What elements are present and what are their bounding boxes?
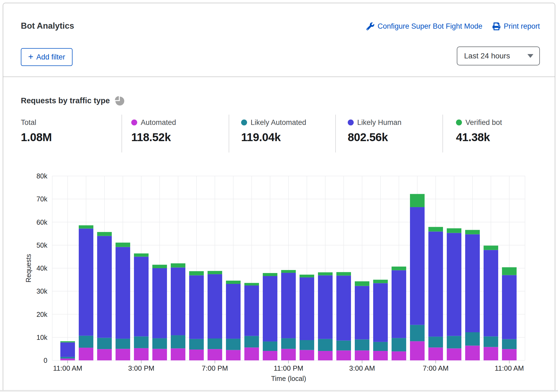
bar-segment-likely-automated[interactable] [226, 339, 241, 350]
bar-segment-automated[interactable] [447, 348, 461, 360]
bar-segment-likely-human[interactable] [447, 233, 461, 336]
bar-segment-likely-human[interactable] [465, 234, 480, 332]
bar-segment-likely-human[interactable] [428, 231, 443, 337]
bar-segment-verified-bot[interactable] [447, 228, 461, 233]
bar-segment-automated[interactable] [484, 347, 498, 360]
bar-segment-likely-automated[interactable] [281, 338, 296, 349]
bar-segment-verified-bot[interactable] [336, 272, 351, 275]
bar-segment-verified-bot[interactable] [171, 263, 185, 267]
bar-segment-automated[interactable] [373, 351, 388, 360]
bar-segment-likely-automated[interactable] [189, 339, 204, 350]
bar-segment-likely-automated[interactable] [97, 338, 112, 349]
bar-segment-likely-automated[interactable] [355, 339, 369, 350]
bar-segment-verified-bot[interactable] [263, 273, 277, 276]
stat-likely-automated[interactable]: Likely Automated 119.04k [229, 115, 335, 152]
bar-segment-verified-bot[interactable] [428, 227, 443, 231]
bar-segment-verified-bot[interactable] [152, 265, 167, 268]
bar-segment-automated[interactable] [60, 358, 75, 360]
bar-segment-verified-bot[interactable] [410, 194, 425, 207]
stat-verified-bot[interactable]: Verified bot 41.38k [442, 115, 555, 152]
bar-segment-automated[interactable] [244, 347, 259, 360]
bar-segment-likely-human[interactable] [60, 343, 75, 357]
bar-segment-likely-automated[interactable] [373, 342, 388, 351]
bar-segment-verified-bot[interactable] [373, 280, 388, 283]
bar-segment-automated[interactable] [428, 347, 443, 360]
bar-segment-likely-automated[interactable] [392, 338, 406, 351]
bar-segment-automated[interactable] [134, 348, 149, 360]
bar-segment-likely-human[interactable] [208, 274, 222, 338]
bar-segment-verified-bot[interactable] [484, 245, 498, 250]
bar-segment-automated[interactable] [355, 350, 369, 360]
bar-segment-likely-human[interactable] [189, 275, 204, 339]
bar-segment-likely-automated[interactable] [134, 336, 149, 348]
bar-segment-automated[interactable] [336, 350, 351, 360]
bar-segment-verified-bot[interactable] [502, 267, 517, 275]
bar-segment-automated[interactable] [410, 341, 425, 360]
bar-segment-likely-automated[interactable] [79, 336, 93, 348]
bar-segment-automated[interactable] [465, 346, 480, 360]
bar-segment-likely-human[interactable] [263, 276, 277, 341]
bar-segment-automated[interactable] [189, 350, 204, 360]
bar-segment-automated[interactable] [281, 349, 296, 360]
bar-segment-likely-human[interactable] [392, 270, 406, 338]
bar-segment-automated[interactable] [392, 351, 406, 360]
bar-segment-verified-bot[interactable] [60, 341, 75, 342]
bar-segment-verified-bot[interactable] [244, 283, 259, 285]
bar-segment-likely-human[interactable] [97, 236, 112, 338]
bar-segment-verified-bot[interactable] [208, 271, 222, 274]
bar-segment-likely-automated[interactable] [465, 332, 480, 346]
bar-segment-likely-human[interactable] [226, 284, 241, 339]
bar-segment-likely-human[interactable] [116, 247, 130, 339]
bar-segment-likely-human[interactable] [502, 275, 517, 339]
bar-segment-verified-bot[interactable] [97, 232, 112, 236]
bar-segment-verified-bot[interactable] [281, 270, 296, 273]
bar-segment-likely-human[interactable] [281, 273, 296, 338]
bar-segment-likely-automated[interactable] [428, 337, 443, 347]
bar-segment-likely-automated[interactable] [484, 336, 498, 347]
bar-segment-automated[interactable] [171, 348, 185, 360]
bar-segment-likely-automated[interactable] [447, 336, 461, 348]
bar-segment-verified-bot[interactable] [318, 272, 333, 275]
bar-segment-likely-automated[interactable] [502, 339, 517, 349]
time-range-select[interactable]: Last 24 hours [457, 46, 540, 65]
bar-segment-likely-human[interactable] [410, 207, 425, 325]
bar-segment-likely-human[interactable] [336, 275, 351, 340]
bar-segment-likely-automated[interactable] [410, 325, 425, 341]
bar-segment-likely-automated[interactable] [244, 336, 259, 348]
bar-segment-automated[interactable] [208, 349, 222, 360]
bar-segment-automated[interactable] [79, 348, 93, 360]
bar-segment-verified-bot[interactable] [300, 275, 314, 277]
stat-likely-human[interactable]: Likely Human 802.56k [335, 115, 442, 152]
bar-segment-automated[interactable] [152, 349, 167, 360]
bar-segment-likely-automated[interactable] [300, 340, 314, 350]
bar-segment-likely-automated[interactable] [263, 341, 277, 351]
bar-segment-automated[interactable] [300, 350, 314, 360]
bar-segment-likely-human[interactable] [373, 283, 388, 342]
bar-segment-automated[interactable] [502, 349, 517, 360]
add-filter-button[interactable]: Add filter [21, 48, 73, 66]
print-report-link[interactable]: Print report [493, 22, 540, 31]
bar-segment-likely-human[interactable] [244, 285, 259, 336]
bar-segment-verified-bot[interactable] [392, 267, 406, 270]
bar-segment-likely-human[interactable] [484, 250, 498, 337]
bar-segment-verified-bot[interactable] [134, 253, 149, 257]
bar-segment-verified-bot[interactable] [226, 281, 241, 284]
bar-segment-automated[interactable] [116, 349, 130, 360]
bar-segment-verified-bot[interactable] [355, 281, 369, 286]
bar-segment-likely-human[interactable] [152, 268, 167, 338]
bar-segment-likely-human[interactable] [318, 275, 333, 339]
bar-segment-likely-human[interactable] [79, 228, 93, 335]
bar-segment-automated[interactable] [226, 350, 241, 360]
bar-segment-likely-human[interactable] [134, 257, 149, 336]
bar-segment-likely-human[interactable] [300, 277, 314, 340]
bar-segment-likely-human[interactable] [171, 267, 185, 335]
bar-segment-automated[interactable] [318, 351, 333, 360]
bar-segment-likely-automated[interactable] [208, 338, 222, 349]
bar-segment-likely-human[interactable] [355, 286, 369, 340]
configure-super-bot-fight-mode-link[interactable]: Configure Super Bot Fight Mode [366, 22, 482, 31]
bar-segment-likely-automated[interactable] [318, 339, 333, 351]
bar-segment-likely-automated[interactable] [60, 357, 75, 358]
bar-segment-automated[interactable] [263, 351, 277, 360]
bar-segment-likely-automated[interactable] [152, 338, 167, 349]
bar-segment-likely-automated[interactable] [171, 335, 185, 348]
